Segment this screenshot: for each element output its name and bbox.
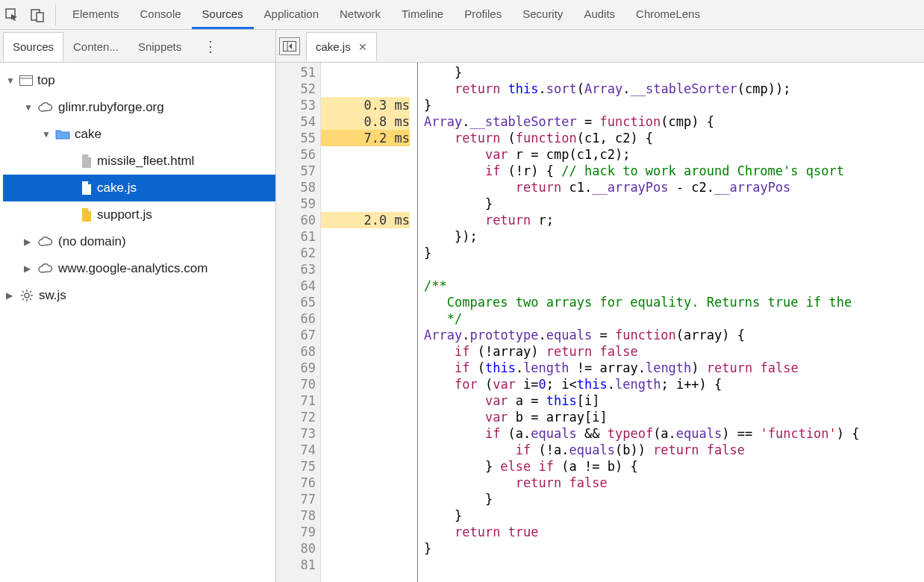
tree-node--no-domain-[interactable]: ▶(no domain)	[3, 228, 275, 255]
file-tree[interactable]: ▼top▼glimr.rubyforge.org▼cakemissile_fle…	[0, 63, 275, 582]
tab-profiles[interactable]: Profiles	[454, 0, 512, 29]
devtools-toolbar: ElementsConsoleSourcesApplicationNetwork…	[0, 0, 924, 30]
tab-sources[interactable]: Sources	[192, 0, 254, 29]
svg-rect-3	[20, 76, 33, 86]
navigator-tab-snippets[interactable]: Snippets	[128, 32, 191, 61]
toolbar-icon-group	[4, 4, 56, 25]
tree-node-www-google-analytics-com[interactable]: ▶www.google-analytics.com	[3, 255, 275, 282]
tree-node-glimr-rubyforge-org[interactable]: ▼glimr.rubyforge.org	[3, 94, 275, 121]
tree-node-missile-fleet-html[interactable]: missile_fleet.html	[3, 148, 275, 175]
navigator-tabs: SourcesConten...Snippets ⋮	[0, 30, 275, 63]
file-icon	[81, 154, 93, 169]
tree-label: www.google-analytics.com	[58, 261, 207, 276]
main-tabs: ElementsConsoleSourcesApplicationNetwork…	[62, 0, 711, 29]
workspace: SourcesConten...Snippets ⋮ ▼top▼glimr.ru…	[0, 30, 924, 582]
svg-point-5	[25, 293, 29, 298]
tree-node-cake-js[interactable]: cake.js	[3, 175, 275, 201]
editor-tabbar: cake.js ✕	[276, 30, 924, 63]
timing-gutter: 0.3 ms0.8 ms7.2 ms2.0 ms	[321, 63, 418, 582]
file-tab-label: cake.js	[316, 40, 351, 53]
tab-audits[interactable]: Audits	[573, 0, 625, 29]
disclosure-icon[interactable]: ▼	[42, 129, 51, 140]
svg-line-10	[22, 291, 24, 292]
tree-label: (no domain)	[58, 234, 126, 249]
svg-line-13	[30, 291, 31, 292]
navigator-tab-sources[interactable]: Sources	[3, 32, 63, 61]
file-icon	[81, 181, 93, 195]
tree-label: sw.js	[39, 288, 66, 303]
tree-label: glimr.rubyforge.org	[58, 100, 164, 115]
tree-label: cake	[75, 127, 102, 142]
svg-line-11	[30, 298, 31, 300]
tab-console[interactable]: Console	[130, 0, 192, 29]
navigator-panel: SourcesConten...Snippets ⋮ ▼top▼glimr.ru…	[0, 30, 276, 582]
more-icon[interactable]: ⋮	[196, 37, 226, 55]
tree-label: support.js	[97, 207, 152, 222]
tree-node-top[interactable]: ▼top	[3, 67, 275, 94]
tree-label: top	[37, 73, 55, 88]
tab-timeline[interactable]: Timeline	[391, 0, 454, 29]
svg-rect-2	[37, 13, 43, 22]
tree-label: missile_fleet.html	[97, 154, 194, 169]
tab-elements[interactable]: Elements	[62, 0, 130, 29]
folder-icon	[55, 128, 70, 140]
svg-line-12	[22, 298, 24, 300]
editor-panel: cake.js ✕ 515253545556575859606162636465…	[276, 30, 924, 582]
line-number-gutter: 5152535455565758596061626364656667686970…	[276, 63, 321, 582]
tab-chromelens[interactable]: ChromeLens	[625, 0, 711, 29]
disclosure-icon[interactable]: ▶	[24, 263, 33, 274]
code-editor[interactable]: 5152535455565758596061626364656667686970…	[276, 63, 924, 582]
cloud-icon	[37, 236, 54, 248]
close-icon[interactable]: ✕	[358, 41, 367, 53]
tree-node-support-js[interactable]: support.js	[3, 201, 275, 228]
gear-icon	[19, 288, 34, 303]
cloud-icon	[37, 101, 54, 113]
disclosure-icon[interactable]: ▼	[24, 102, 33, 113]
cloud-icon	[37, 263, 54, 275]
tree-label: cake.js	[97, 181, 137, 195]
device-toggle-icon[interactable]	[30, 7, 45, 22]
tree-node-sw-js[interactable]: ▶sw.js	[3, 282, 275, 309]
file-tab-cake-js[interactable]: cake.js ✕	[306, 32, 377, 61]
tab-security[interactable]: Security	[512, 0, 573, 29]
navigator-tab-conten[interactable]: Conten...	[63, 32, 128, 61]
tab-network[interactable]: Network	[329, 0, 391, 29]
disclosure-icon[interactable]: ▶	[24, 237, 33, 247]
tab-application[interactable]: Application	[254, 0, 329, 29]
file-yellow-icon	[81, 207, 93, 222]
disclosure-icon[interactable]: ▼	[6, 75, 15, 86]
code-content[interactable]: } return this.sort(Array.__stableSorter(…	[418, 63, 924, 582]
inspect-icon[interactable]	[4, 7, 19, 22]
window-icon	[19, 75, 33, 86]
disclosure-icon[interactable]: ▶	[6, 290, 15, 301]
tree-node-cake[interactable]: ▼cake	[3, 121, 275, 148]
navigator-toggle-icon[interactable]	[279, 37, 300, 55]
